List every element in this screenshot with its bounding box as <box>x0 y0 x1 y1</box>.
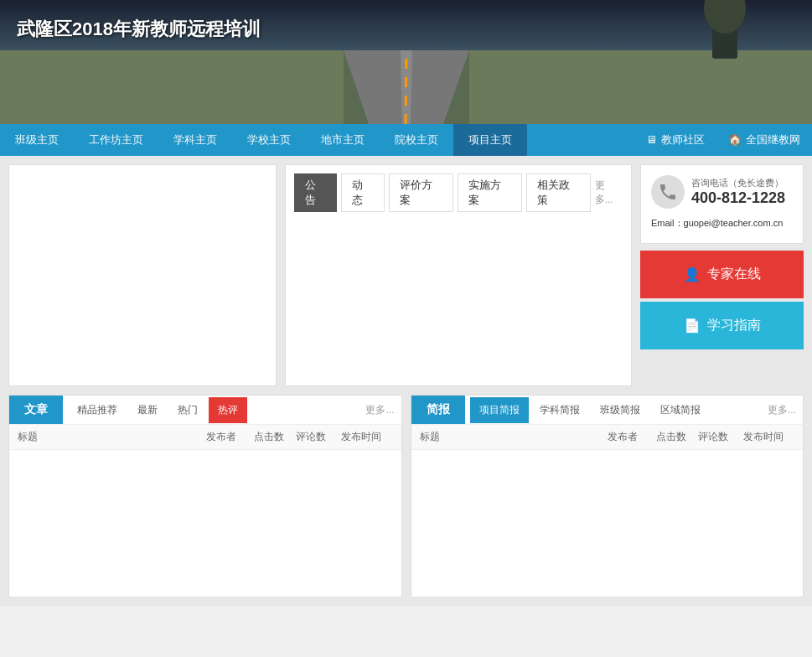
brief-tab-region[interactable]: 区域简报 <box>651 397 710 423</box>
article-tab-hot[interactable]: 热评 <box>209 397 247 423</box>
news-tab-notice[interactable]: 公告 <box>294 173 337 212</box>
brief-tab-class[interactable]: 班级简报 <box>591 397 649 423</box>
news-area: 公告 动态 评价方案 实施方案 相关政策 更多... <box>285 164 632 386</box>
right-sidebar: 咨询电话（免长途费） 400-812-1228 Email：guopei@tea… <box>640 164 804 386</box>
svg-rect-5 <box>0 50 344 124</box>
brief-col-comments: 评论数 <box>694 430 732 444</box>
article-col-title: 标题 <box>18 430 196 444</box>
header: 武隆区2018年新教师远程培训 <box>0 0 812 124</box>
nav-item-city[interactable]: 地市主页 <box>306 124 380 156</box>
article-col-comments: 评论数 <box>292 430 330 444</box>
brief-panel-tabs: 项目简报 学科简报 班级简报 区域简报 <box>465 397 761 423</box>
brief-panel-title: 简报 <box>411 396 465 424</box>
guide-icon: 📄 <box>684 318 701 334</box>
contact-email: Email：guopei@teacher.com.cn <box>651 214 793 233</box>
article-tab-featured[interactable]: 精品推荐 <box>68 397 127 423</box>
news-more-link[interactable]: 更多... <box>595 178 623 207</box>
brief-col-title: 标题 <box>420 430 598 444</box>
nav-teacher-community[interactable]: 🖥 教师社区 <box>634 124 716 156</box>
main-content: 公告 动态 评价方案 实施方案 相关政策 更多... 咨询电话（免长途 <box>0 156 812 606</box>
nav-item-workshop[interactable]: 工作坊主页 <box>74 124 158 156</box>
contact-label: 咨询电话（免长途费） <box>691 177 785 189</box>
article-panel: 文章 精品推荐 最新 热门 热评 更多... 标题 发布者 点击数 评论数 发布… <box>8 395 402 598</box>
brief-tab-project[interactable]: 项目简报 <box>470 397 529 423</box>
news-tab-dynamic[interactable]: 动态 <box>341 173 384 212</box>
article-panel-body <box>9 450 401 597</box>
article-tab-latest[interactable]: 最新 <box>128 397 167 423</box>
brief-col-author: 发布者 <box>597 430 648 444</box>
news-tab-evaluation[interactable]: 评价方案 <box>389 173 453 212</box>
study-guide-button[interactable]: 📄 学习指南 <box>640 302 804 349</box>
contact-phone: 400-812-1228 <box>691 189 785 207</box>
brief-col-date: 发布时间 <box>732 430 794 444</box>
contact-info: 咨询电话（免长途费） 400-812-1228 <box>691 177 785 207</box>
brief-panel-body <box>411 450 804 597</box>
news-tabs: 公告 动态 评价方案 实施方案 相关政策 更多... <box>294 173 623 212</box>
brief-col-views: 点击数 <box>648 430 694 444</box>
nav-national-edu[interactable]: 🏠 全国继教网 <box>716 124 812 156</box>
contact-top: 咨询电话（免长途费） 400-812-1228 <box>651 175 793 209</box>
expert-online-button[interactable]: 👤 专家在线 <box>640 251 804 298</box>
article-panel-header: 文章 精品推荐 最新 热门 热评 更多... <box>9 396 401 425</box>
article-tab-popular[interactable]: 热门 <box>168 397 207 423</box>
article-col-author: 发布者 <box>196 430 246 444</box>
brief-tab-subject[interactable]: 学科简报 <box>530 397 589 423</box>
monitor-icon: 🖥 <box>646 124 657 156</box>
nav-item-class[interactable]: 班级主页 <box>0 124 74 156</box>
bottom-section: 文章 精品推荐 最新 热门 热评 更多... 标题 发布者 点击数 评论数 发布… <box>8 395 804 598</box>
phone-icon <box>651 175 685 209</box>
news-tab-policy[interactable]: 相关政策 <box>526 173 591 212</box>
nav-item-college[interactable]: 院校主页 <box>380 124 453 156</box>
contact-box: 咨询电话（免长途费） 400-812-1228 Email：guopei@tea… <box>640 164 804 244</box>
banner-area <box>8 164 277 386</box>
nav-item-school[interactable]: 学校主页 <box>232 124 306 156</box>
article-panel-tabs: 精品推荐 最新 热门 热评 <box>63 397 359 423</box>
top-section: 公告 动态 评价方案 实施方案 相关政策 更多... 咨询电话（免长途 <box>8 164 804 386</box>
expert-icon: 👤 <box>684 266 701 282</box>
brief-panel-header: 简报 项目简报 学科简报 班级简报 区域简报 更多... <box>411 396 804 425</box>
nav-item-subject[interactable]: 学科主页 <box>158 124 232 156</box>
article-more-link[interactable]: 更多... <box>359 403 401 417</box>
article-col-views: 点击数 <box>246 430 292 444</box>
nav-item-project[interactable]: 项目主页 <box>453 124 527 156</box>
brief-more-link[interactable]: 更多... <box>761 403 803 417</box>
brief-table-header: 标题 发布者 点击数 评论数 发布时间 <box>411 425 804 450</box>
news-tab-implementation[interactable]: 实施方案 <box>458 173 522 212</box>
header-title: 武隆区2018年新教师远程培训 <box>17 17 261 42</box>
main-nav: 班级主页 工作坊主页 学科主页 学校主页 地市主页 院校主页 项目主页 🖥 教师… <box>0 124 812 156</box>
svg-rect-6 <box>469 50 812 124</box>
article-table-header: 标题 发布者 点击数 评论数 发布时间 <box>9 425 401 450</box>
article-col-date: 发布时间 <box>330 430 393 444</box>
home-icon: 🏠 <box>728 124 742 156</box>
article-panel-title: 文章 <box>9 396 63 424</box>
brief-panel: 简报 项目简报 学科简报 班级简报 区域简报 更多... 标题 发布者 点击数 … <box>411 395 804 598</box>
